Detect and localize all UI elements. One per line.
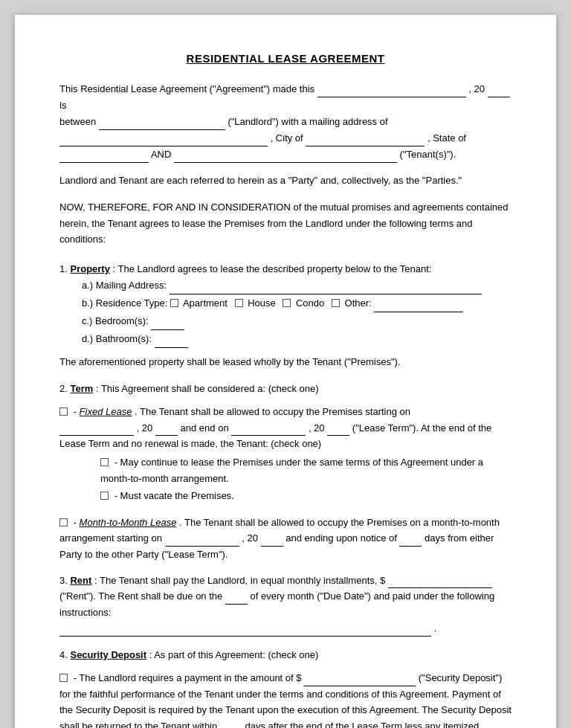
s1-sub-c: c.) Bedroom(s): [82,312,512,330]
continue-lease-checkbox[interactable] [100,458,109,466]
tenant-name-field[interactable] [174,152,397,163]
s2-text: : This Agreement shall be considered a: … [96,383,319,394]
now-therefore-block: NOW, THEREFORE, FOR AND IN CONSIDERATION… [59,199,512,247]
referred-block: Landlord and Tenant are each referred to… [59,173,512,189]
year-field[interactable] [488,87,510,97]
house-checkbox[interactable] [235,299,243,307]
condo-checkbox[interactable] [283,299,291,307]
month-notice-days-field[interactable] [399,536,422,547]
s3-text1: : The Tenant shall pay the Landlord, in … [94,575,385,586]
s3-title: Rent [70,575,91,586]
s2-title: Term [70,383,93,394]
rent-amount-field[interactable] [388,578,492,588]
s1-title: Property [70,263,109,274]
mailing-address-field[interactable] [59,136,268,146]
s1-text: : The Landlord agrees to lease the descr… [113,263,432,274]
s2-number: 2. [59,383,68,394]
city-field[interactable] [306,136,425,146]
s1-number: 1. [59,263,68,274]
s3-number: 3. [59,575,68,586]
s1-sub-a: a.) Mailing Address: [82,277,512,294]
property-address-field[interactable] [170,284,482,294]
s1-sub-b: b.) Residence Type: Apartment House Cond… [82,294,512,312]
fixed-start-year-field[interactable] [155,425,178,436]
payment-instructions-field[interactable] [59,626,431,637]
bathrooms-field[interactable] [155,338,188,348]
state-field[interactable] [59,152,149,163]
intro-block: This Residential Lease Agreement ("Agree… [59,81,512,163]
section-4-security: 4. Security Deposit : As part of this Ag… [59,647,512,728]
s1-sub-items: a.) Mailing Address: b.) Residence Type:… [82,277,512,348]
other-type-field[interactable] [374,302,463,312]
s4-number: 4. [59,649,68,660]
other-checkbox[interactable] [332,299,340,307]
month-start-date-field[interactable] [165,536,239,547]
apartment-checkbox[interactable] [170,299,178,307]
s1-after: The aforementioned property shall be lea… [59,354,512,370]
section-2-term: 2. Term : This Agreement shall be consid… [59,381,512,562]
fixed-start-date-field[interactable] [59,425,134,436]
month-lease-block: - Month-to-Month Lease . The Tenant shal… [59,515,512,562]
date-field[interactable] [317,87,466,97]
security-return-days-field[interactable] [220,724,242,728]
month-start-year-field[interactable] [261,536,283,547]
due-date-field[interactable] [225,594,248,605]
bedrooms-field[interactable] [151,320,184,330]
landlord-name-field[interactable] [99,120,225,130]
fixed-end-year-field[interactable] [327,425,349,436]
security-amount-field[interactable] [304,676,416,686]
fixed-check2-row: - Must vacate the Premises. [100,488,512,503]
fixed-lease-checkbox[interactable] [59,408,68,416]
section-3-rent: 3. Rent : The Tenant shall pay the Landl… [59,573,512,637]
security-required-checkbox[interactable] [59,674,68,682]
security-check1-block: - The Landlord requires a payment in the… [59,670,512,728]
intro-line1-pre: This Residential Lease Agreement ("Agree… [59,83,314,94]
s1-sub-d: d.) Bathroom(s): [82,330,512,348]
section-1-property: 1. Property : The Landlord agrees to lea… [59,261,512,370]
vacate-checkbox[interactable] [100,492,109,500]
document-title: RESIDENTIAL LEASE AGREEMENT [59,52,512,65]
month-lease-checkbox[interactable] [59,518,68,526]
document-page: RESIDENTIAL LEASE AGREEMENT This Residen… [15,15,556,728]
fixed-end-date-field[interactable] [231,425,306,436]
s4-title: Security Deposit [70,649,146,660]
intro-line2-pre: between [59,116,96,127]
fixed-check1-row: - May continue to lease the Premises und… [100,454,512,486]
s4-text: : As part of this Agreement: (check one) [149,649,319,660]
fixed-lease-block: - Fixed Lease . The Tenant shall be allo… [59,404,512,504]
